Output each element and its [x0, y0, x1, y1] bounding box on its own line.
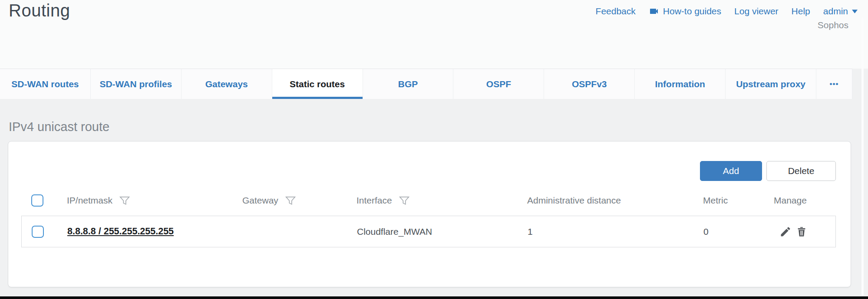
table-toolbar: Add Delete: [700, 161, 836, 181]
tab-ospf[interactable]: OSPF: [453, 69, 544, 99]
help-label: Help: [792, 6, 810, 16]
video-camera-icon: [649, 6, 659, 16]
tab-upstream-proxy[interactable]: Upstream proxy: [726, 69, 816, 99]
column-gateway: Gateway: [242, 195, 356, 206]
tab-sdwan-profiles[interactable]: SD-WAN profiles: [91, 69, 182, 99]
admin-menu[interactable]: admin: [823, 6, 858, 16]
page-header: Routing Feedback How-to guides Log viewe…: [0, 0, 868, 69]
row-manage-cell: [774, 226, 835, 238]
column-gateway-label: Gateway: [242, 195, 278, 206]
log-viewer-label: Log viewer: [734, 6, 779, 16]
admin-label: admin: [823, 6, 848, 16]
howto-guides-label: How-to guides: [663, 6, 721, 16]
column-manage-label: Manage: [774, 195, 807, 206]
select-all-checkbox[interactable]: [31, 194, 43, 207]
howto-guides-link[interactable]: How-to guides: [649, 6, 721, 16]
column-ip-netmask: IP/netmask: [67, 195, 242, 206]
ip-netmask-link[interactable]: 8.8.8.8 / 255.255.255.255: [67, 226, 174, 237]
row-checkbox[interactable]: [32, 226, 44, 238]
table-row: 8.8.8.8 / 255.255.255.255 Cloudflare_MWA…: [21, 216, 836, 247]
filter-funnel-icon[interactable]: [119, 195, 130, 206]
tab-gateways[interactable]: Gateways: [182, 69, 272, 99]
feedback-label: Feedback: [596, 6, 636, 16]
delete-button[interactable]: Delete: [766, 161, 836, 181]
column-metric-label: Metric: [703, 195, 728, 206]
column-ip-netmask-label: IP/netmask: [67, 195, 112, 206]
tab-information[interactable]: Information: [635, 69, 726, 99]
routing-page: Routing Feedback How-to guides Log viewe…: [0, 0, 868, 299]
column-manage: Manage: [774, 195, 836, 206]
account-name: Sophos: [818, 20, 848, 30]
trash-icon[interactable]: [795, 226, 808, 238]
tab-sdwan-routes[interactable]: SD-WAN routes: [0, 69, 91, 99]
column-admin-distance: Administrative distance: [527, 195, 703, 206]
log-viewer-link[interactable]: Log viewer: [734, 6, 779, 16]
page-title: Routing: [9, 1, 70, 20]
caret-down-icon: [852, 10, 858, 13]
static-routes-card: Add Delete IP/netmask Gateway Interface …: [8, 141, 851, 287]
row-interface-cell: Cloudflare_MWAN: [357, 227, 528, 237]
row-select-cell: [22, 226, 67, 238]
row-admin-distance-cell: 1: [528, 227, 703, 237]
edit-pencil-icon[interactable]: [779, 226, 792, 238]
window-bottom-edge: [0, 296, 868, 299]
column-metric: Metric: [703, 195, 774, 206]
column-admin-distance-label: Administrative distance: [527, 195, 621, 206]
feedback-link[interactable]: Feedback: [596, 6, 636, 16]
tab-static-routes[interactable]: Static routes: [272, 69, 363, 99]
table-header-row: IP/netmask Gateway Interface Administrat…: [21, 188, 836, 213]
routing-tabbar: SD-WAN routes SD-WAN profiles Gateways S…: [0, 69, 852, 99]
row-ip-netmask-cell: 8.8.8.8 / 255.255.255.255: [67, 226, 243, 237]
section-heading: IPv4 unicast route: [9, 120, 109, 134]
select-all-cell: [21, 194, 67, 207]
tab-overflow-menu[interactable]: •••: [816, 69, 852, 99]
filter-funnel-icon[interactable]: [284, 195, 296, 206]
column-interface: Interface: [356, 195, 527, 206]
help-link[interactable]: Help: [792, 6, 810, 16]
add-button[interactable]: Add: [700, 161, 762, 181]
tab-bgp[interactable]: BGP: [363, 69, 454, 99]
filter-funnel-icon[interactable]: [398, 195, 409, 206]
top-navigation: Feedback How-to guides Log viewer Help a…: [596, 6, 858, 16]
row-metric-cell: 0: [703, 227, 774, 237]
tab-ospfv3[interactable]: OSPFv3: [544, 69, 635, 99]
page-scrollbar[interactable]: [861, 17, 864, 296]
column-interface-label: Interface: [356, 195, 392, 206]
